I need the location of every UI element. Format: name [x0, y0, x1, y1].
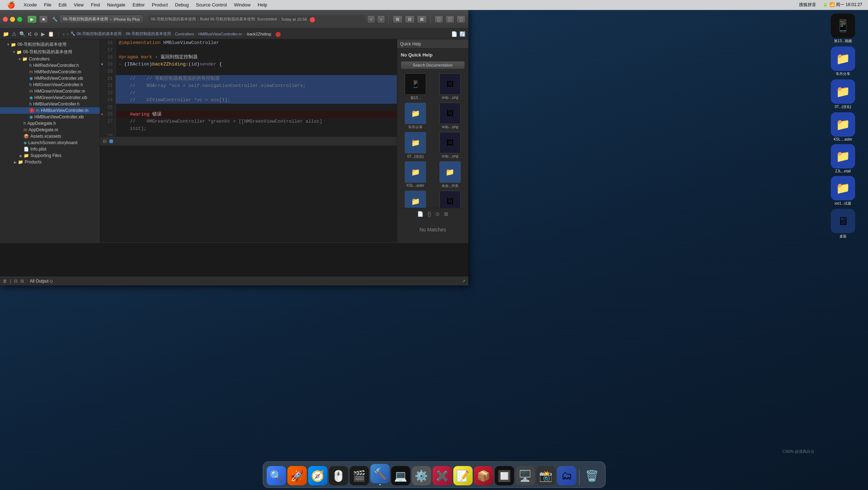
braces-icon[interactable]: {}	[428, 211, 431, 217]
menu-xcode[interactable]: Xcode	[20, 0, 40, 10]
trash-icon[interactable]: 🗑	[3, 279, 7, 284]
add-file-icon[interactable]: 📄	[451, 31, 457, 37]
tree-item-hmblue-xib[interactable]: ◉ HMBlueViewController.xib	[0, 114, 100, 120]
menu-help[interactable]: Help	[254, 0, 271, 10]
breadcrumb-item-0[interactable]: 🔧 06-导航控制器的基本使用	[70, 31, 122, 36]
tree-item-launchscreen[interactable]: ◈ LaunchScreen.storyboard	[0, 139, 100, 146]
circle-icon[interactable]: ⊙	[435, 211, 440, 217]
menu-debug[interactable]: Debug	[172, 0, 192, 10]
menu-navigate[interactable]: Navigate	[103, 0, 129, 10]
breadcrumb-item-4[interactable]: -back2Zhiding:	[246, 32, 272, 36]
thumb-snip3[interactable]: 🖼 snip....png	[434, 132, 467, 159]
dock-app-gray1[interactable]: 🖥️	[516, 466, 535, 485]
nav-prev-btn[interactable]: ‹	[63, 31, 65, 37]
editor-assistant-btn[interactable]: ⊟	[405, 15, 415, 23]
dock-launchpad[interactable]: 🚀	[287, 466, 307, 485]
close-button[interactable]	[3, 17, 8, 22]
desktop-icon-snip1[interactable]: 📱 第13...视频	[831, 14, 855, 44]
hide-icon[interactable]: ⊟	[103, 139, 107, 144]
desktop-icon-folder5[interactable]: 📁 ios1...试题	[831, 176, 855, 206]
thumb-cheda[interactable]: 📁 车丹分享	[399, 103, 432, 130]
lock-icon[interactable]: ⊟	[14, 279, 18, 284]
pane-icon[interactable]: ⊞	[20, 279, 24, 284]
thumb-ksl[interactable]: 📁 KSL...aster	[399, 161, 432, 188]
tree-item-hmred-h[interactable]: h HMRedViewController.h	[0, 62, 100, 69]
thumb-snip1[interactable]: 🖼 snip....png	[434, 73, 467, 101]
menu-editor[interactable]: Editor	[129, 0, 148, 10]
search-icon[interactable]: 🔍	[19, 31, 25, 37]
menu-window[interactable]: Window	[231, 0, 254, 10]
breadcrumb-item-2[interactable]: Controllers	[175, 32, 194, 36]
tree-item-appdelegate-h[interactable]: h AppDelegate.h	[0, 120, 100, 127]
dock-app-blue[interactable]: 🗂	[557, 466, 576, 485]
run-button[interactable]: ▶	[27, 15, 37, 23]
minimize-button[interactable]	[10, 17, 15, 22]
scheme-selector[interactable]: 06-导航控制器的基本使用 › iPhone 6s Plus	[59, 15, 144, 24]
dock-terminal[interactable]: 💻	[391, 466, 410, 485]
dock-sysprefs[interactable]: ⚙️	[412, 466, 431, 485]
desktop-icon-desktop[interactable]: 🖥 桌面	[831, 209, 855, 239]
tree-item-products[interactable]: ▶ 📁 Products	[0, 159, 100, 165]
tree-item-assets[interactable]: 📦 Assets.xcassets	[0, 133, 100, 139]
grid-icon[interactable]: ⊞	[444, 211, 448, 217]
editor-version-btn[interactable]: ⊠	[417, 15, 427, 23]
thumb-snip4[interactable]: 🖼 snip....png	[434, 191, 467, 208]
nav-back-btn[interactable]: ‹	[367, 15, 375, 23]
editor-empty-space[interactable]	[100, 146, 397, 242]
desktop-icon-folder2[interactable]: 📁 07...(优化)	[831, 79, 855, 109]
panel-right-btn[interactable]: ⎕	[457, 15, 465, 23]
jump-icon[interactable]: ↗	[462, 279, 465, 284]
dock-safari[interactable]: 🧭	[308, 466, 327, 485]
scm-icon[interactable]: ⑆	[28, 31, 31, 37]
dock-mouse[interactable]: 🖱️	[329, 466, 348, 485]
menu-edit[interactable]: Edit	[55, 0, 70, 10]
breadcrumb-item-3[interactable]: HMBlueViewController.m	[198, 32, 242, 36]
input-method[interactable]: 搜狐拼音	[797, 0, 818, 10]
code-lines[interactable]: @implementation HMBlueViewController #pr…	[116, 39, 397, 136]
dock-app-gray2[interactable]: 📸	[536, 466, 556, 485]
panel-left-btn[interactable]: ⎕	[434, 15, 443, 23]
tree-item-hmblue-h[interactable]: h HMBlueViewController.h	[0, 101, 100, 107]
report-icon[interactable]: 📋	[48, 31, 54, 37]
desktop-icon-folder3[interactable]: 📁 KSL....aster	[831, 112, 855, 141]
tree-item-infoplist[interactable]: 📄 Info.plist	[0, 146, 100, 152]
dock-xcode[interactable]: 🔨	[370, 464, 390, 485]
tree-item-hmred-m[interactable]: m HMRedViewController.m	[0, 69, 100, 75]
menu-find[interactable]: Find	[87, 0, 103, 10]
desktop-icon-folder1[interactable]: 📁 车丹分享	[831, 46, 855, 77]
dock-app-red[interactable]: 📦	[474, 466, 493, 485]
tree-item-supporting[interactable]: ▶ 📁 Supporting Files	[0, 152, 100, 159]
menu-product[interactable]: Product	[148, 0, 172, 10]
dock-mindnode[interactable]: ✖️	[433, 466, 452, 485]
editor-standard-btn[interactable]: ⊞	[393, 15, 403, 23]
debug-content[interactable]	[0, 243, 468, 276]
folder-icon[interactable]: 📁	[3, 31, 9, 37]
thumb-zjl[interactable]: 📁 ZJL...etail	[399, 191, 432, 208]
new-file-icon[interactable]: 📄	[417, 211, 423, 217]
thumb-snip2[interactable]: 🖼 snip....png	[434, 103, 467, 130]
dock-quicktime[interactable]: 🎬	[350, 466, 369, 485]
tree-item-hmgreen-m[interactable]: m HMGreenViewController.m	[0, 88, 100, 94]
search-documentation-button[interactable]: Search Documentation	[401, 61, 465, 69]
breadcrumb-item-1[interactable]: 06-导航控制器的基本使用	[126, 31, 171, 36]
refresh-icon[interactable]: 🔄	[459, 31, 465, 37]
maximize-button[interactable]	[17, 17, 22, 22]
tree-item-appdelegate-m[interactable]: m AppDelegate.m	[0, 127, 100, 133]
dock-finder[interactable]: 🔍	[267, 466, 286, 485]
apple-menu[interactable]: 🍎	[4, 0, 19, 10]
dock-app-dark[interactable]: 🔲	[495, 466, 514, 485]
dock-trash[interactable]: 🗑️	[582, 466, 602, 485]
thumb-13[interactable]: 📱 第13...	[399, 73, 432, 101]
code-view[interactable]: 16 17 18 19 20 21 22 23 24 25 26 27 28	[100, 39, 397, 136]
tree-item-root[interactable]: ▼ 📁 06-导航控制器的基本使用	[0, 41, 100, 48]
debug-icon[interactable]: ▶	[41, 31, 45, 37]
thumb-unnamed[interactable]: 📁 未命...件夹	[434, 161, 467, 188]
tree-item-hmgreen-xib[interactable]: ◉ HMGreenViewController.xib	[0, 94, 100, 101]
menu-view[interactable]: View	[70, 0, 87, 10]
tree-item-hmgreen-h[interactable]: h HMGreenViewController.h	[0, 82, 100, 88]
warning-icon[interactable]: ⚠	[12, 31, 16, 37]
tree-item-subproject[interactable]: ▼ 📁 06-导航控制器的基本使用	[0, 48, 100, 56]
menu-file[interactable]: File	[40, 0, 55, 10]
thumb-07[interactable]: 📁 07...(优化)	[399, 132, 432, 159]
stop-button[interactable]: ■	[39, 15, 48, 23]
